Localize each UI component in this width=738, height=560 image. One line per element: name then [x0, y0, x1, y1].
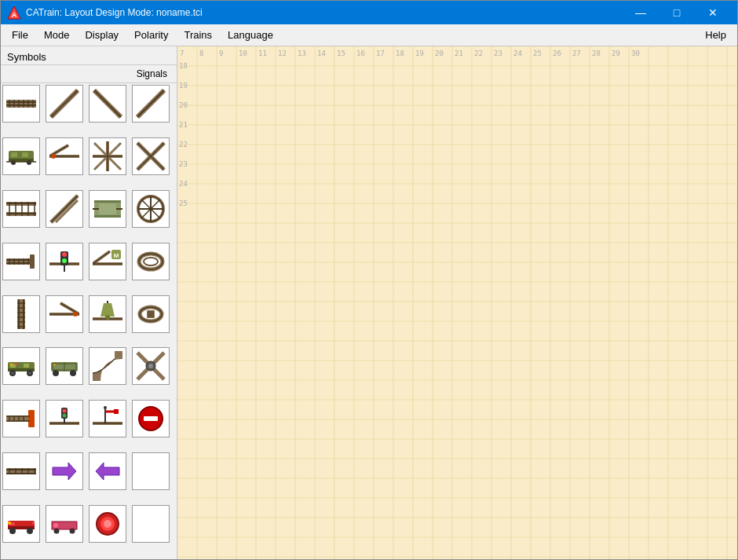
svg-point-113 — [11, 372, 14, 375]
svg-text:25: 25 — [179, 199, 188, 207]
symbol-no-entry[interactable] — [132, 400, 170, 437]
svg-point-75 — [62, 252, 67, 257]
menu-display[interactable]: Display — [77, 26, 126, 44]
symbol-oval-small[interactable] — [132, 295, 170, 333]
symbol-red-wagon[interactable] — [46, 505, 83, 543]
symbol-track-h2[interactable] — [2, 190, 40, 228]
svg-text:23: 23 — [494, 49, 502, 57]
symbol-straight-h[interactable] — [2, 85, 40, 123]
symbol-track-curve[interactable] — [89, 347, 126, 385]
svg-text:M: M — [114, 252, 119, 259]
symbol-roundhouse[interactable] — [132, 190, 170, 228]
menu-polarity[interactable]: Polarity — [126, 26, 176, 44]
svg-rect-42 — [6, 203, 36, 204]
symbol-diag-double[interactable] — [46, 190, 83, 228]
symbol-loco[interactable] — [2, 137, 40, 175]
canvas-area[interactable]: 7891011121314151617181920212223242526272… — [177, 46, 737, 559]
svg-text:30: 30 — [631, 49, 640, 57]
symbol-signal-green[interactable] — [46, 243, 83, 280]
svg-line-50 — [56, 200, 78, 222]
svg-point-167 — [8, 522, 11, 525]
symbol-red-loco[interactable] — [2, 505, 40, 543]
symbol-diagonal-2[interactable] — [89, 85, 126, 123]
menu-trains[interactable]: Trains — [176, 26, 220, 44]
maximize-button[interactable]: □ — [659, 1, 695, 24]
svg-rect-154 — [6, 473, 36, 474]
minimize-button[interactable]: — — [623, 1, 659, 24]
svg-rect-151 — [144, 416, 158, 421]
menu-mode[interactable]: Mode — [36, 26, 78, 44]
symbols-grid: M — [1, 83, 177, 559]
svg-rect-153 — [6, 469, 36, 470]
svg-text:15: 15 — [337, 49, 345, 57]
sidebar-tabs: Signals — [1, 65, 177, 83]
svg-point-141 — [63, 409, 67, 413]
svg-text:13: 13 — [298, 49, 306, 57]
svg-text:21: 21 — [455, 49, 463, 57]
svg-text:24: 24 — [513, 49, 522, 57]
symbol-diagonal-1[interactable] — [46, 85, 83, 123]
svg-rect-43 — [6, 213, 36, 214]
menu-help[interactable]: Help — [697, 26, 734, 44]
svg-text:8: 8 — [199, 49, 203, 57]
symbol-loco2[interactable] — [2, 347, 40, 385]
symbol-diagonal-3[interactable] — [132, 85, 170, 123]
symbol-switch-cross[interactable] — [89, 137, 126, 175]
symbol-signal-arm[interactable] — [89, 400, 126, 437]
symbol-red-signal[interactable] — [89, 505, 126, 543]
symbol-bumper[interactable] — [2, 400, 40, 437]
svg-point-164 — [9, 528, 16, 534]
menu-language[interactable]: Language — [220, 26, 281, 44]
svg-text:14: 14 — [317, 49, 326, 57]
close-button[interactable]: ✕ — [695, 1, 731, 24]
svg-rect-3 — [6, 101, 36, 103]
svg-rect-117 — [24, 364, 29, 368]
symbol-signal-bell[interactable] — [89, 295, 126, 333]
symbol-track-oval[interactable] — [132, 243, 170, 280]
svg-text:20: 20 — [179, 101, 188, 109]
svg-text:19: 19 — [415, 49, 424, 57]
symbol-switch-right[interactable] — [46, 295, 83, 333]
window-title: CATrain: Layout Design Mode: noname.tci — [26, 7, 623, 18]
svg-rect-56 — [99, 203, 116, 214]
svg-point-85 — [139, 254, 163, 269]
symbol-track-end[interactable] — [2, 452, 40, 490]
svg-text:18: 18 — [179, 62, 188, 70]
symbol-empty2[interactable] — [132, 505, 170, 543]
symbol-track-buffer[interactable] — [2, 243, 40, 280]
svg-text:25: 25 — [533, 49, 542, 57]
svg-text:23: 23 — [179, 160, 188, 168]
svg-text:21: 21 — [179, 121, 188, 129]
svg-point-122 — [70, 370, 76, 376]
svg-rect-66 — [30, 254, 35, 269]
symbol-signal-post[interactable] — [46, 400, 83, 437]
symbol-track-cross[interactable] — [132, 137, 170, 175]
symbol-track-diamond[interactable] — [132, 347, 170, 385]
svg-point-76 — [62, 258, 67, 263]
symbol-switch-left[interactable] — [46, 137, 83, 175]
svg-text:16: 16 — [356, 49, 365, 57]
svg-text:7: 7 — [180, 49, 184, 57]
svg-rect-148 — [114, 409, 119, 414]
svg-text:A: A — [12, 11, 17, 19]
symbol-wagon[interactable] — [46, 347, 83, 385]
svg-rect-131 — [28, 410, 35, 427]
svg-point-104 — [105, 315, 110, 320]
svg-text:19: 19 — [179, 82, 188, 90]
symbol-switch-motor[interactable]: M — [89, 243, 126, 280]
svg-point-173 — [53, 523, 58, 528]
menu-file[interactable]: File — [4, 26, 36, 44]
svg-text:9: 9 — [219, 49, 223, 57]
symbol-arrow-purple[interactable] — [46, 452, 83, 490]
svg-rect-53 — [94, 200, 121, 203]
svg-text:17: 17 — [376, 49, 385, 57]
symbol-empty1[interactable] — [132, 452, 170, 490]
svg-point-129 — [148, 364, 153, 368]
symbol-arrow-purple2[interactable] — [89, 452, 126, 490]
svg-marker-103 — [100, 303, 115, 317]
signals-tab[interactable]: Signals — [130, 67, 174, 81]
svg-text:26: 26 — [553, 49, 561, 57]
symbol-track-v[interactable] — [2, 295, 40, 333]
svg-rect-2 — [6, 100, 36, 108]
symbol-platform[interactable] — [89, 190, 126, 228]
